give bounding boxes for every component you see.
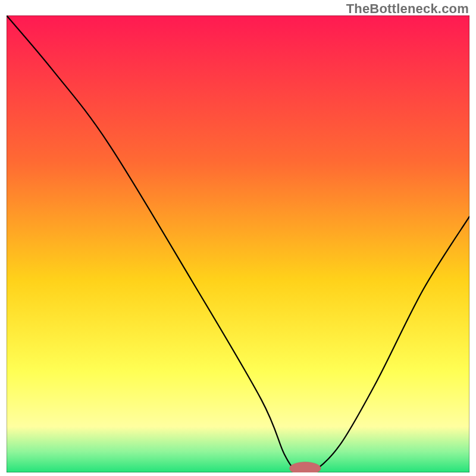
watermark-text: TheBottleneck.com bbox=[346, 1, 469, 17]
gradient-field bbox=[7, 15, 469, 472]
chart-frame: TheBottleneck.com bbox=[0, 0, 476, 476]
bottleneck-plot bbox=[7, 15, 469, 472]
